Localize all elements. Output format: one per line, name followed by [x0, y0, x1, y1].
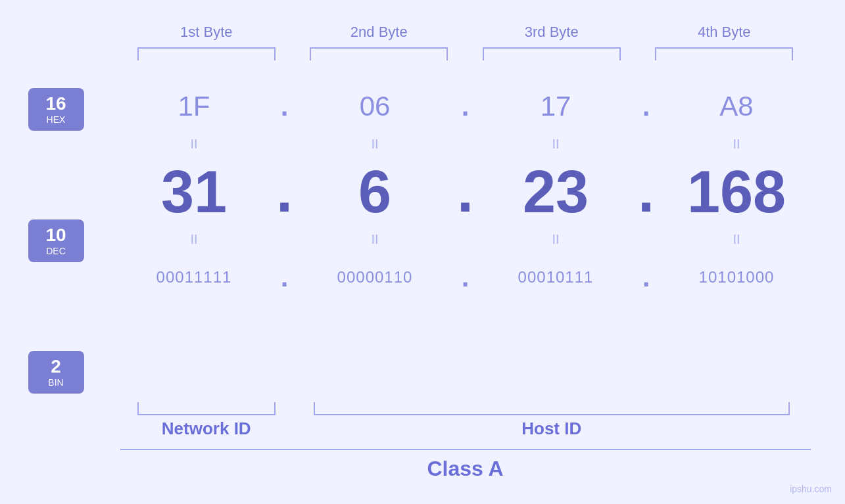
dec-badge-row: 10 DEC	[28, 205, 114, 277]
dec-badge: 10 DEC	[28, 219, 84, 262]
dec-val-2: 6	[295, 162, 456, 221]
eq2-4: II	[656, 232, 817, 247]
byte4-header: 4th Byte	[638, 24, 811, 41]
dec-badge-number: 10	[45, 225, 66, 246]
dot-bin-2: .	[456, 262, 475, 293]
hex-val-2: 06	[295, 91, 456, 122]
bin-val-2: 00000110	[295, 268, 456, 286]
dot-hex-1: .	[275, 91, 295, 122]
dot-dec-3: .	[637, 158, 656, 225]
bottom-labels-row: Network ID Host ID	[120, 419, 811, 439]
host-bracket	[314, 402, 790, 415]
hex-badge-label: HEX	[47, 114, 66, 125]
watermark: ipshu.com	[790, 484, 832, 494]
dec-badge-label: DEC	[46, 246, 66, 256]
byte1-header: 1st Byte	[120, 24, 293, 41]
bracket-top-2	[310, 47, 448, 60]
dec-val-3: 23	[475, 162, 637, 221]
hex-val-4: A8	[656, 91, 817, 122]
rows-wrapper: 16 HEX 10 DEC 2 BIN	[28, 80, 817, 399]
network-id-label: Network ID	[120, 419, 293, 439]
dot-bin-1: .	[275, 262, 295, 293]
dot-hex-2: .	[456, 91, 475, 122]
bracket-cell-4	[638, 47, 811, 60]
host-id-label: Host ID	[293, 419, 811, 439]
equals-row-2: II II II II	[114, 228, 817, 251]
dec-val-1: 31	[114, 162, 275, 221]
bin-badge-label: BIN	[48, 377, 63, 388]
byte2-header: 2nd Byte	[293, 24, 466, 41]
dot-hex-3: .	[637, 91, 656, 122]
eq2-3: II	[475, 232, 637, 247]
class-label: Class A	[120, 457, 811, 481]
network-bracket-container	[120, 402, 293, 415]
bracket-top-4	[655, 47, 793, 60]
byte3-header: 3rd Byte	[466, 24, 639, 41]
bracket-top-3	[483, 47, 621, 60]
class-bracket-line	[120, 449, 811, 450]
dec-val-4: 168	[656, 162, 817, 221]
network-bracket	[137, 402, 276, 415]
bracket-cell-2	[293, 47, 466, 60]
bin-row: 00011111 . 00000110 . 00010111 . 1010100…	[114, 251, 817, 304]
main-container: 1st Byte 2nd Byte 3rd Byte 4th Byte 16 H…	[0, 0, 845, 504]
eq1-2: II	[295, 137, 456, 152]
hex-badge: 16 HEX	[28, 88, 84, 131]
bin-val-4: 10101000	[656, 268, 817, 286]
byte-headers: 1st Byte 2nd Byte 3rd Byte 4th Byte	[120, 24, 811, 41]
bin-badge-row: 2 BIN	[28, 346, 114, 399]
top-brackets	[120, 47, 811, 60]
equals-spacer-1	[28, 159, 114, 182]
dot-bin-3: .	[637, 262, 656, 293]
bin-val-1: 00011111	[114, 268, 275, 286]
hex-badge-number: 16	[45, 94, 66, 114]
bracket-top-1	[137, 47, 276, 60]
eq1-1: II	[114, 137, 275, 152]
hex-row: 1F . 06 . 17 . A8	[114, 80, 817, 133]
host-bracket-container	[293, 402, 811, 415]
eq1-4: II	[656, 137, 817, 152]
bin-badge-number: 2	[51, 357, 61, 377]
eq1-3: II	[475, 137, 637, 152]
eq2-2: II	[295, 232, 456, 247]
equals-spacer-2	[28, 300, 114, 323]
equals-row-1: II II II II	[114, 133, 817, 156]
class-row-container: Class A	[120, 449, 811, 481]
bracket-cell-1	[120, 47, 293, 60]
label-column: 16 HEX 10 DEC 2 BIN	[28, 80, 114, 399]
bottom-brackets-row	[120, 402, 811, 415]
bracket-cell-3	[466, 47, 639, 60]
dot-dec-1: .	[275, 158, 295, 225]
bin-val-3: 00010111	[475, 268, 637, 286]
dot-dec-2: .	[456, 158, 475, 225]
data-rows: 1F . 06 . 17 . A8 II II II II 31	[114, 80, 817, 304]
eq2-1: II	[114, 232, 275, 247]
bin-badge: 2 BIN	[28, 351, 84, 394]
hex-val-3: 17	[475, 91, 637, 122]
hex-badge-row: 16 HEX	[28, 83, 114, 136]
dec-row: 31 . 6 . 23 . 168	[114, 156, 817, 228]
bottom-area: Network ID Host ID	[120, 402, 811, 439]
hex-val-1: 1F	[114, 91, 275, 122]
